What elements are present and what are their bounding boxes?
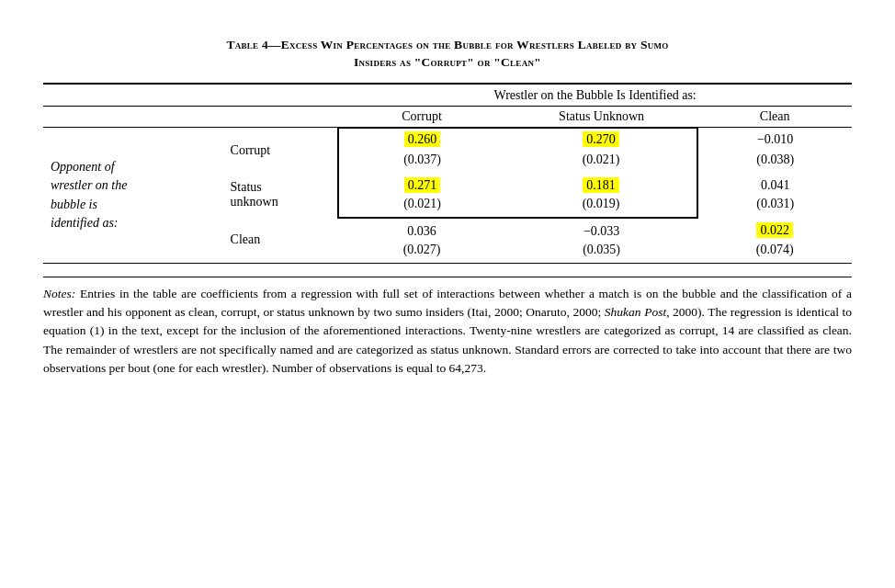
- clean-clean-se: (0.074): [697, 241, 852, 264]
- clean-corrupt-val: 0.036: [338, 218, 505, 241]
- opponent-label: Opponent ofwrestler on thebubble isident…: [43, 128, 223, 264]
- unknown-row-label: Statusunknown: [223, 173, 339, 218]
- se-clean-clean: (0.074): [756, 243, 794, 256]
- wrestler-header: Wrestler on the Bubble Is Identified as:: [493, 88, 696, 102]
- corrupt-clean-se: (0.038): [697, 151, 852, 173]
- page-container: Table 4—Excess Win Percentages on the Bu…: [34, 18, 861, 396]
- val-corrupt-corrupt: 0.260: [404, 131, 441, 147]
- corrupt-unknown-val: 0.270: [505, 128, 698, 151]
- val-unknown-corrupt: 0.271: [404, 177, 441, 193]
- corrupt-corrupt-val: 0.260: [338, 128, 505, 151]
- title-line2: Insiders as "Corrupt" or "Clean": [43, 54, 852, 72]
- notes-section: Notes: Entries in the table are coeffici…: [43, 277, 852, 378]
- unknown-clean-val: 0.041: [697, 173, 852, 195]
- unknown-corrupt-se: (0.021): [338, 195, 505, 218]
- title-line1: Table 4—Excess Win Percentages on the Bu…: [43, 37, 852, 54]
- unknown-unknown-se: (0.019): [505, 195, 698, 218]
- col-clean-header: Clean: [760, 109, 790, 123]
- clean-corrupt-se: (0.027): [338, 241, 505, 264]
- notes-label: Notes:: [43, 287, 75, 300]
- val-unknown-unknown: 0.181: [583, 177, 619, 193]
- corrupt-unknown-se: (0.021): [505, 151, 698, 173]
- se-unknown-clean: (0.031): [756, 197, 794, 210]
- col-corrupt-header: Corrupt: [402, 109, 442, 123]
- clean-row-label: Clean: [223, 218, 339, 264]
- se-clean-corrupt: (0.027): [403, 243, 441, 256]
- unknown-unknown-val: 0.181: [505, 173, 698, 195]
- val-corrupt-clean: −0.010: [757, 132, 793, 146]
- val-clean-clean: 0.022: [756, 222, 793, 238]
- val-clean-corrupt: 0.036: [407, 224, 436, 238]
- se-corrupt-corrupt: (0.037): [403, 153, 441, 166]
- se-unknown-corrupt: (0.021): [403, 197, 441, 210]
- val-unknown-clean: 0.041: [761, 178, 790, 192]
- clean-clean-val: 0.022: [697, 218, 852, 241]
- unknown-corrupt-val: 0.271: [338, 173, 505, 195]
- se-corrupt-unknown: (0.021): [583, 153, 620, 166]
- val-corrupt-unknown: 0.270: [583, 131, 619, 147]
- unknown-clean-se: (0.031): [697, 195, 852, 218]
- corrupt-corrupt-se: (0.037): [338, 151, 505, 173]
- val-clean-unknown: −0.033: [583, 224, 619, 238]
- se-unknown-unknown: (0.019): [583, 197, 620, 210]
- clean-unknown-se: (0.035): [505, 241, 698, 264]
- main-table: Wrestler on the Bubble Is Identified as:…: [43, 83, 852, 264]
- corrupt-row-label: Corrupt: [223, 128, 339, 173]
- corrupt-clean-val: −0.010: [697, 128, 852, 151]
- col-unknown-header: Status Unknown: [559, 109, 644, 123]
- table-title: Table 4—Excess Win Percentages on the Bu…: [43, 37, 852, 72]
- se-clean-unknown: (0.035): [583, 243, 620, 256]
- clean-unknown-val: −0.033: [505, 218, 698, 241]
- notes-text: Entries in the table are coefficients fr…: [43, 287, 852, 375]
- se-corrupt-clean: (0.038): [756, 153, 794, 166]
